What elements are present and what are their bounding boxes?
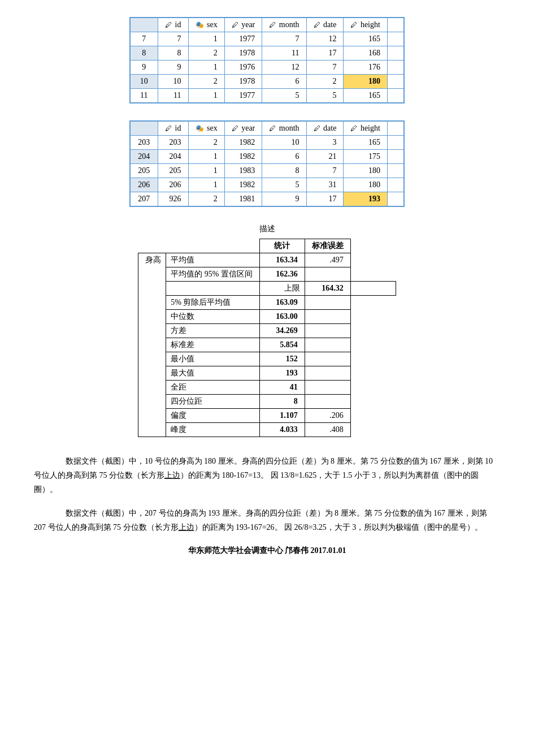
date-cell: 21 — [306, 150, 344, 164]
month-cell: 10 — [262, 136, 306, 150]
height-icon2: 🖊 — [350, 124, 357, 133]
id-cell: 204 — [158, 150, 188, 164]
year-cell: 1978 — [224, 46, 262, 61]
stats-section: 描述 统计 标准误差 身高平均值163.34.497平均值的 95% 置信区间1… — [34, 224, 500, 437]
table1-header-sex: 🎭 sex — [188, 18, 224, 32]
stat-se-cell — [350, 282, 396, 296]
stat-value-cell: 162.36 — [259, 267, 305, 282]
table2-header-sex: 🎭 sex — [188, 121, 224, 136]
stats-row: 四分位距8 — [138, 395, 396, 409]
id-icon2: 🖊 — [165, 124, 172, 133]
stats-row: 最大值193 — [138, 366, 396, 381]
stats-row: 方差34.269 — [138, 324, 396, 338]
id-cell: 9 — [158, 61, 188, 75]
month-cell: 6 — [262, 75, 306, 89]
stats-row: 5% 剪除后平均值163.09 — [138, 296, 396, 310]
sex-icon2: 🎭 — [196, 124, 204, 133]
row-num-cell: 204 — [130, 150, 158, 164]
year-cell: 1983 — [224, 164, 262, 178]
date-cell: 31 — [306, 178, 344, 192]
year-cell: 1977 — [224, 32, 262, 46]
stat-se-cell — [305, 366, 350, 381]
table2-header-month: 🖊 month — [262, 121, 306, 136]
table1-header-month: 🖊 month — [262, 18, 306, 32]
stat-label-cell: 平均值的 95% 置信区间 — [166, 267, 260, 282]
stats-title: 描述 — [34, 224, 500, 234]
month-cell: 11 — [262, 46, 306, 61]
extra-cell — [387, 192, 404, 207]
table-row: 205 205 1 1983 8 7 180 — [130, 164, 405, 178]
table1-header-id: 🖊 id — [158, 18, 188, 32]
id-icon: 🖊 — [165, 21, 172, 29]
stat-se-cell — [305, 267, 350, 282]
height-cell: 165 — [344, 32, 388, 46]
height-icon: 🖊 — [350, 21, 357, 29]
table2-header-extra — [387, 121, 404, 136]
stat-value-cell: 163.09 — [259, 296, 305, 310]
height-cell: 180 — [344, 164, 388, 178]
height-cell: 165 — [344, 89, 388, 103]
stat-value-cell: 193 — [259, 366, 305, 381]
date-cell: 7 — [306, 164, 344, 178]
table-row: 8 8 2 1978 11 17 168 — [130, 46, 405, 61]
stat-value-cell: 34.269 — [259, 324, 305, 338]
id-cell: 205 — [158, 164, 188, 178]
stat-se-cell: .497 — [305, 253, 350, 267]
month-cell: 12 — [262, 61, 306, 75]
row-num-cell: 10 — [130, 75, 158, 89]
year-cell: 1982 — [224, 150, 262, 164]
row-num-cell: 206 — [130, 178, 158, 192]
table-row: 204 204 1 1982 6 21 175 — [130, 150, 405, 164]
table2-section: 🖊 id 🎭 sex 🖊 year 🖊 month 🖊 date 🖊 heigh… — [34, 120, 500, 207]
extra-cell — [387, 164, 404, 178]
stat-label-cell: 5% 剪除后平均值 — [166, 296, 260, 310]
table-row: 203 203 2 1982 10 3 165 — [130, 136, 405, 150]
stat-se-cell — [305, 381, 350, 395]
paragraph2: 数据文件（截图）中，207 号位的身高为 193 厘米。身高的四分位距（差）为 … — [34, 506, 500, 534]
stat-value-cell: 4.033 — [259, 423, 305, 437]
stats-row-header: 身高 — [138, 253, 166, 437]
table2: 🖊 id 🎭 sex 🖊 year 🖊 month 🖊 date 🖊 heigh… — [129, 120, 405, 207]
stat-se-cell — [305, 324, 350, 338]
stats-row: 平均值的 95% 置信区间162.36 — [138, 267, 396, 282]
stat-label-cell: 平均值 — [166, 253, 260, 267]
year-icon2: 🖊 — [232, 124, 238, 133]
stat-value-cell: 5.854 — [259, 338, 305, 352]
row-num-cell: 207 — [130, 192, 158, 207]
stats-row: 偏度1.107.206 — [138, 409, 396, 423]
stat-label-cell: 最小值 — [166, 352, 260, 366]
stat-label-cell: 全距 — [166, 381, 260, 395]
stat-se-cell — [305, 310, 350, 324]
year-cell: 1978 — [224, 75, 262, 89]
id-cell: 7 — [158, 32, 188, 46]
sex-cell: 1 — [188, 32, 224, 46]
month-icon: 🖊 — [269, 21, 276, 29]
row-num-cell: 205 — [130, 164, 158, 178]
row-num-cell: 9 — [130, 61, 158, 75]
table-row: 7 7 1 1977 7 12 165 — [130, 32, 405, 46]
date-cell: 3 — [306, 136, 344, 150]
height-cell: 180 — [344, 178, 388, 192]
stat-label-cell: 最大值 — [166, 366, 260, 381]
table1-header-height: 🖊 height — [344, 18, 388, 32]
sex-cell: 2 — [188, 136, 224, 150]
year-cell: 1976 — [224, 61, 262, 75]
row-num-cell: 203 — [130, 136, 158, 150]
table1: 🖊 id 🎭 sex 🖊 year 🖊 month 🖊 date 🖊 heigh… — [129, 17, 405, 103]
table-row: 10 10 2 1978 6 2 180 — [130, 75, 405, 89]
month-cell: 7 — [262, 32, 306, 46]
sex-cell: 1 — [188, 89, 224, 103]
stat-se-cell — [305, 395, 350, 409]
stats-table: 统计 标准误差 身高平均值163.34.497平均值的 95% 置信区间162.… — [138, 239, 396, 437]
table-row: 206 206 1 1982 5 31 180 — [130, 178, 405, 192]
stat-label-cell: 标准差 — [166, 338, 260, 352]
height-cell: 175 — [344, 150, 388, 164]
stat-sub-cell: 上限 — [259, 282, 305, 296]
stat-se-cell: .408 — [305, 423, 350, 437]
id-cell: 203 — [158, 136, 188, 150]
stats-row: 全距41 — [138, 381, 396, 395]
sex-cell: 1 — [188, 164, 224, 178]
stat-value-cell: 163.34 — [259, 253, 305, 267]
date-cell: 12 — [306, 32, 344, 46]
extra-cell — [387, 32, 404, 46]
